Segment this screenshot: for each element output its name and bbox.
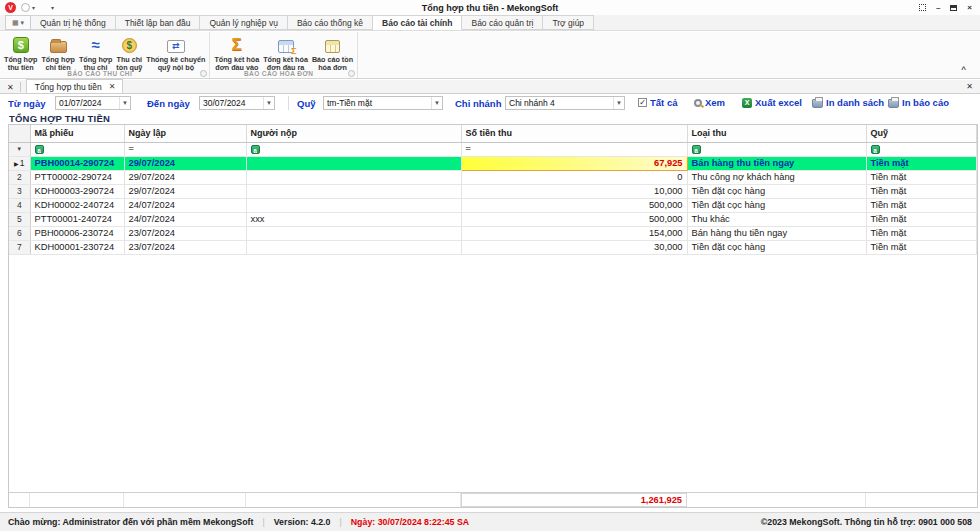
- tab-quan-tri-he-thong[interactable]: Quản trị hệ thống: [31, 15, 116, 30]
- ribbon-item-tong-ket-hd-dau-vao[interactable]: Σ Tổng kết hóa đơn đầu vào: [212, 34, 261, 74]
- tab-tro-giup[interactable]: Trợ giúp: [543, 15, 594, 30]
- cell-type[interactable]: Tiền đặt cọc hàng: [687, 198, 866, 212]
- tab-quan-ly-nghiep-vu[interactable]: Quản lý nghiệp vụ: [200, 15, 288, 30]
- cell-fund[interactable]: Tiền mặt: [866, 226, 977, 240]
- cell-date[interactable]: 29/07/2024: [124, 184, 246, 198]
- ribbon-collapse-icon[interactable]: ^: [961, 65, 966, 74]
- table-row[interactable]: 5 PTT00001-240724 24/07/2024 xxx 500,000…: [9, 212, 977, 226]
- filter-cell-so-tien-thu[interactable]: =: [461, 142, 687, 156]
- cell-amount[interactable]: 500,000: [461, 212, 687, 226]
- ribbon-item-thong-ke-chuyen-quy[interactable]: ⇄ Thống kê chuyển quỹ nội bộ: [144, 34, 207, 74]
- cell-type[interactable]: Bán hàng thu tiền ngay: [687, 226, 866, 240]
- cell-type[interactable]: Thu công nợ khách hàng: [687, 170, 866, 184]
- filter-cell-quy[interactable]: a: [866, 142, 977, 156]
- cell-date[interactable]: 24/07/2024: [124, 212, 246, 226]
- to-date-input[interactable]: 30/07/2024▼: [199, 96, 275, 110]
- cell-code[interactable]: PTT00002-290724: [30, 170, 124, 184]
- cell-payer[interactable]: [246, 240, 461, 254]
- quick-access-icon[interactable]: [21, 3, 30, 12]
- cell-payer[interactable]: [246, 170, 461, 184]
- cell-fund[interactable]: Tiền mặt: [866, 198, 977, 212]
- group-dialog-launcher-icon[interactable]: [200, 70, 207, 77]
- tab-thiet-lap-ban-dau[interactable]: Thiết lập ban đầu: [116, 15, 201, 30]
- cell-amount[interactable]: 154,000: [461, 226, 687, 240]
- table-row[interactable]: 7 KDH00001-230724 23/07/2024 30,000 Tiền…: [9, 240, 977, 254]
- cell-payer[interactable]: [246, 198, 461, 212]
- cell-date[interactable]: 23/07/2024: [124, 240, 246, 254]
- close-document-icon[interactable]: ✕: [966, 82, 973, 93]
- cell-date[interactable]: 23/07/2024: [124, 226, 246, 240]
- table-row[interactable]: 6 PBH00006-230724 23/07/2024 154,000 Bán…: [9, 226, 977, 240]
- table-row[interactable]: 4 KDH00002-240724 24/07/2024 500,000 Tiề…: [9, 198, 977, 212]
- group-dialog-launcher-icon[interactable]: [348, 70, 355, 77]
- ribbon-item-thu-chi-ton-quy[interactable]: $ Thu chi tồn quỹ: [114, 34, 144, 74]
- cell-type[interactable]: Tiền đặt cọc hàng: [687, 184, 866, 198]
- ribbon-item-tong-hop-thu-tien[interactable]: $ Tổng hợp thu tiền: [2, 34, 39, 74]
- col-quy[interactable]: Quỹ: [866, 125, 977, 142]
- col-ngay-lap[interactable]: Ngày lập: [124, 125, 246, 142]
- close-all-tabs-icon[interactable]: ✕: [0, 83, 20, 93]
- filter-cell-nguoi-nop[interactable]: a: [246, 142, 461, 156]
- cell-date[interactable]: 29/07/2024: [124, 170, 246, 184]
- chevron-down-icon[interactable]: ▼: [431, 97, 442, 109]
- cell-code[interactable]: KDH00001-230724: [30, 240, 124, 254]
- from-date-input[interactable]: 01/07/2024▼: [55, 96, 131, 110]
- cell-amount[interactable]: 10,000: [461, 184, 687, 198]
- cell-code[interactable]: PBH00014-290724: [30, 156, 124, 170]
- cell-amount[interactable]: 30,000: [461, 240, 687, 254]
- minimize-icon[interactable]: –: [936, 3, 940, 13]
- checkbox-checked-icon[interactable]: ✓: [638, 98, 647, 107]
- fullscreen-icon[interactable]: [919, 3, 926, 13]
- cell-code[interactable]: KDH00002-240724: [30, 198, 124, 212]
- cell-code[interactable]: KDH00003-290724: [30, 184, 124, 198]
- cell-amount[interactable]: 67,925: [461, 156, 687, 170]
- view-button[interactable]: Xem: [694, 97, 725, 108]
- fund-select[interactable]: tm-Tiền mặt▼: [323, 96, 443, 110]
- filter-cell-ma-phieu[interactable]: a: [30, 142, 124, 156]
- col-nguoi-nop[interactable]: Người nộp: [246, 125, 461, 142]
- cell-payer[interactable]: [246, 184, 461, 198]
- export-excel-button[interactable]: X Xuất excel: [742, 97, 802, 108]
- ribbon-item-bao-cao-ton-hoa-don[interactable]: Báo cáo tồn hóa đơn: [310, 34, 355, 74]
- col-ma-phieu[interactable]: Mã phiếu: [30, 125, 124, 142]
- ribbon-item-tong-hop-chi-tien[interactable]: Tổng hợp chi tiền: [39, 34, 76, 74]
- tab-bao-cao-quan-tri[interactable]: Báo cáo quản trị: [462, 15, 543, 30]
- chevron-down-icon[interactable]: ▼: [613, 97, 624, 109]
- cell-type[interactable]: Thu khác: [687, 212, 866, 226]
- cell-date[interactable]: 29/07/2024: [124, 156, 246, 170]
- filter-cell-loai-thu[interactable]: a: [687, 142, 866, 156]
- cell-type[interactable]: Tiền đặt cọc hàng: [687, 240, 866, 254]
- cell-code[interactable]: PBH00006-230724: [30, 226, 124, 240]
- tab-bao-cao-tai-chinh[interactable]: Báo cáo tài chính: [373, 15, 462, 30]
- branch-select[interactable]: Chi nhánh 4▼: [505, 96, 625, 110]
- all-checkbox[interactable]: ✓ Tất cả: [638, 97, 677, 108]
- cell-date[interactable]: 24/07/2024: [124, 198, 246, 212]
- chevron-down-icon[interactable]: ▼: [263, 97, 274, 109]
- restore-icon[interactable]: [950, 3, 957, 13]
- col-so-tien-thu[interactable]: Số tiền thu: [461, 125, 687, 142]
- cell-fund[interactable]: Tiền mặt: [866, 212, 977, 226]
- print-list-button[interactable]: In danh sách: [812, 97, 884, 108]
- col-loai-thu[interactable]: Loại thu: [687, 125, 866, 142]
- tab-bao-cao-thong-ke[interactable]: Báo cáo thống kê: [288, 15, 373, 30]
- cell-fund[interactable]: Tiền mặt: [866, 240, 977, 254]
- cell-payer[interactable]: [246, 156, 461, 170]
- table-row[interactable]: 2 PTT00002-290724 29/07/2024 0 Thu công …: [9, 170, 977, 184]
- table-row[interactable]: 3 KDH00003-290724 29/07/2024 10,000 Tiền…: [9, 184, 977, 198]
- cell-fund[interactable]: Tiền mặt: [866, 156, 977, 170]
- chevron-down-icon[interactable]: ▾: [32, 4, 35, 11]
- ribbon-item-tong-ket-hd-dau-ra[interactable]: Σ Tổng kết hóa đơn đầu ra: [261, 34, 310, 74]
- ribbon-item-tong-hop-thu-chi[interactable]: ≈ Tổng hợp thu chi: [77, 34, 114, 74]
- quick-access-dropdown-icon[interactable]: ▾: [51, 4, 54, 11]
- cell-amount[interactable]: 0: [461, 170, 687, 184]
- doc-tab-tong-hop-thu-tien[interactable]: Tổng hợp thu tiền ✕: [26, 79, 124, 93]
- cell-type[interactable]: Bán hàng thu tiền ngay: [687, 156, 866, 170]
- close-icon[interactable]: ×: [967, 3, 972, 13]
- cell-amount[interactable]: 500,000: [461, 198, 687, 212]
- cell-payer[interactable]: xxx: [246, 212, 461, 226]
- cell-fund[interactable]: Tiền mặt: [866, 184, 977, 198]
- app-menu-button[interactable]: ▦▾: [5, 15, 31, 30]
- filter-cell-ngay-lap[interactable]: =: [124, 142, 246, 156]
- chevron-down-icon[interactable]: ▼: [119, 97, 130, 109]
- cell-fund[interactable]: Tiền mặt: [866, 170, 977, 184]
